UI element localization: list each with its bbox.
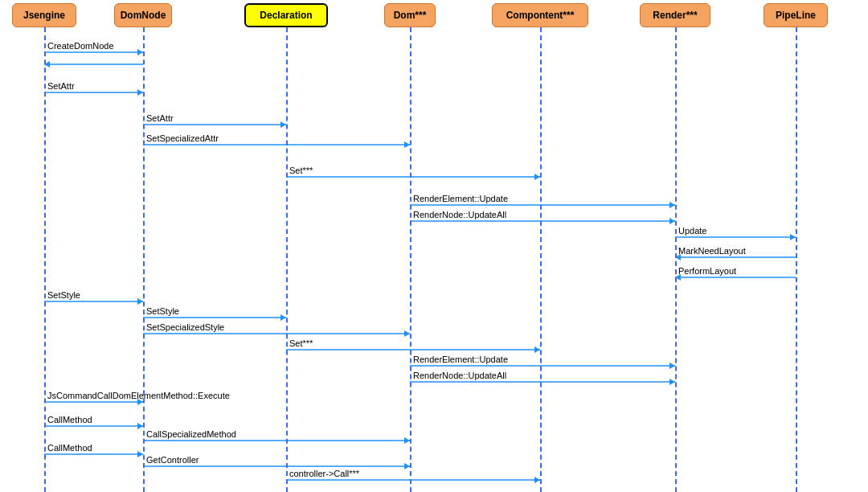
svg-marker-19 <box>669 218 675 224</box>
svg-text:SetSpecializedStyle: SetSpecializedStyle <box>146 322 224 332</box>
actor-domnode: DomNode <box>114 3 172 27</box>
svg-marker-7 <box>280 121 286 128</box>
svg-marker-4 <box>137 89 143 96</box>
lifeline-declaration <box>286 27 288 492</box>
svg-marker-55 <box>404 437 410 444</box>
actor-pipeline: PipeLine <box>764 3 828 27</box>
actor-jsengine: Jsengine <box>12 3 76 27</box>
svg-text:RenderNode::UpdateAll: RenderNode::UpdateAll <box>413 371 506 380</box>
svg-marker-49 <box>137 399 143 405</box>
svg-text:SetSpecializedAttr: SetSpecializedAttr <box>146 133 219 143</box>
svg-marker-61 <box>404 463 410 469</box>
lifeline-pipeline <box>796 27 797 492</box>
svg-text:SetStyle: SetStyle <box>146 306 179 316</box>
svg-marker-34 <box>280 314 286 321</box>
actor-dom: Dom*** <box>384 3 436 27</box>
svg-text:RenderNode::UpdateAll: RenderNode::UpdateAll <box>413 210 506 219</box>
svg-text:JsCommandCallDomElementMethod:: JsCommandCallDomElementMethod::Execute <box>47 391 230 400</box>
svg-marker-22 <box>790 234 796 240</box>
actor-component: Compontent*** <box>492 3 588 27</box>
svg-text:CallMethod: CallMethod <box>47 443 92 453</box>
actor-declaration: Declaration <box>244 3 328 27</box>
svg-marker-40 <box>534 346 540 353</box>
svg-text:GetController: GetController <box>146 455 199 465</box>
svg-marker-58 <box>137 451 143 457</box>
lifeline-domnode <box>143 27 145 492</box>
svg-marker-10 <box>404 141 410 148</box>
svg-marker-16 <box>669 202 675 208</box>
sequence-diagram: CreateDomNodeSetAttrSetAttrSetSpecialize… <box>0 0 868 492</box>
svg-marker-37 <box>404 330 410 337</box>
svg-marker-13 <box>534 174 540 180</box>
svg-text:Set***: Set*** <box>289 166 313 175</box>
svg-text:MarkNeedLayout: MarkNeedLayout <box>678 246 746 256</box>
svg-marker-52 <box>137 423 143 429</box>
svg-text:SetStyle: SetStyle <box>47 290 80 300</box>
lifeline-render <box>675 27 677 492</box>
svg-marker-43 <box>669 363 675 369</box>
lifeline-jsengine <box>44 27 46 492</box>
svg-text:RenderElement::Update: RenderElement::Update <box>413 355 508 364</box>
svg-marker-46 <box>669 379 675 385</box>
svg-text:RenderElement::Update: RenderElement::Update <box>413 194 508 203</box>
svg-text:SetAttr: SetAttr <box>47 81 75 91</box>
svg-text:CreateDomNode: CreateDomNode <box>47 41 114 51</box>
svg-marker-31 <box>137 298 143 305</box>
svg-text:Set***: Set*** <box>289 338 313 348</box>
lifeline-component <box>540 27 542 492</box>
lifeline-dom <box>410 27 411 492</box>
svg-marker-1 <box>137 49 143 55</box>
svg-text:SetAttr: SetAttr <box>146 113 174 123</box>
actor-render: Render*** <box>640 3 710 27</box>
svg-text:CallMethod: CallMethod <box>47 415 92 424</box>
svg-text:controller->Call***: controller->Call*** <box>289 469 360 478</box>
svg-text:Update: Update <box>678 226 706 236</box>
svg-marker-64 <box>534 477 540 483</box>
arrows-svg: CreateDomNodeSetAttrSetAttrSetSpecialize… <box>0 0 868 492</box>
svg-text:CallSpecializedMethod: CallSpecializedMethod <box>146 429 236 439</box>
svg-text:PerformLayout: PerformLayout <box>678 266 736 276</box>
